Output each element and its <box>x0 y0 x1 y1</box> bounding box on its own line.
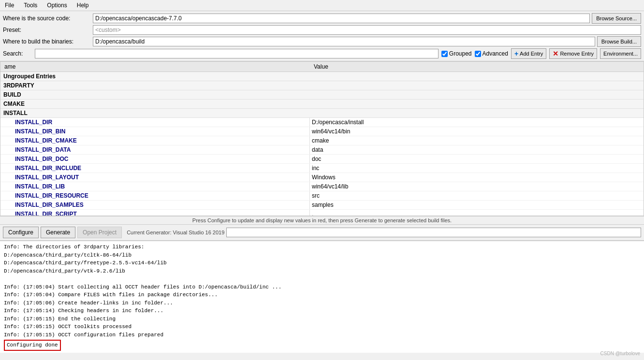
table-row[interactable]: INSTALL_DIR D:/opencasca/install <box>0 118 644 127</box>
table-row[interactable]: INSTALL_DIR_INCLUDE inc <box>0 164 644 173</box>
cell-name: INSTALL_DIR_RESOURCE <box>0 191 310 200</box>
source-input[interactable] <box>93 14 590 23</box>
menu-file[interactable]: File <box>2 1 17 10</box>
cell-name: INSTALL_DIR_CMAKE <box>0 136 310 145</box>
log-line: Info: (17:05:15) OCCT toolkits processed <box>4 323 640 331</box>
advanced-checkbox[interactable] <box>475 51 481 57</box>
cell-name: INSTALL_DIR_DATA <box>0 145 310 154</box>
status-bar: Press Configure to update and display ne… <box>0 216 644 225</box>
cell-name: INSTALL_DIR_SAMPLES <box>0 201 310 209</box>
plus-icon: + <box>514 50 518 58</box>
configuring-done: Configuring done <box>4 340 61 351</box>
cell-name: INSTALL_DIR_SCRIPT <box>0 210 310 216</box>
menubar: File Tools Options Help <box>0 0 644 11</box>
log-line: D:/opencasca/third_party/tcltk-86-64/lib <box>4 251 640 259</box>
table-row[interactable]: INSTALL_DIR_LAYOUT Windows <box>0 173 644 182</box>
group-build: BUILD <box>0 90 644 100</box>
progress-input[interactable] <box>226 228 641 237</box>
advanced-checkbox-label[interactable]: Advanced <box>475 50 508 57</box>
col-value-header: Value <box>312 63 642 71</box>
advanced-label: Advanced <box>483 50 508 57</box>
group-ungrouped: Ungrouped Entries <box>0 72 644 81</box>
cell-name: INSTALL_DIR_LAYOUT <box>0 173 310 182</box>
browse-build-button[interactable]: Browse Build... <box>597 36 641 47</box>
cell-value: cmake <box>310 136 644 145</box>
remove-entry-button[interactable]: ✕ Remove Entry <box>549 48 597 59</box>
menu-options[interactable]: Options <box>44 1 70 10</box>
search-controls: Grouped Advanced + Add Entry ✕ Remove En… <box>441 48 641 59</box>
group-install: INSTALL <box>0 109 644 118</box>
cell-value: . <box>310 210 644 216</box>
environment-button[interactable]: Environment... <box>600 48 641 59</box>
cell-value: Windows <box>310 173 644 182</box>
open-project-button[interactable]: Open Project <box>77 227 122 238</box>
log-line: Info: The directories of 3rdparty librar… <box>4 243 640 251</box>
log-line: Info: (17:05:04) Start collecting all OC… <box>4 283 640 291</box>
search-input[interactable] <box>35 49 439 58</box>
toolbar: Where is the source code: Browse Source.… <box>0 11 644 61</box>
cell-value: win64/vc14/lib <box>310 182 644 191</box>
table-row[interactable]: INSTALL_DIR_DOC doc <box>0 155 644 164</box>
log-line: Info: (17:05:04) Compare FILES with file… <box>4 291 640 299</box>
button-row: Configure Generate Open Project Current … <box>0 225 644 241</box>
cell-name: INSTALL_DIR <box>0 118 310 127</box>
x-icon: ✕ <box>553 50 558 58</box>
table-row[interactable]: INSTALL_DIR_SAMPLES samples <box>0 201 644 210</box>
cell-value: win64/vc14/bin <box>310 127 644 136</box>
log-line: Info: (17:05:15) OCCT configuration file… <box>4 331 640 339</box>
add-entry-button[interactable]: + Add Entry <box>511 48 547 59</box>
table-row[interactable]: INSTALL_DIR_LIB win64/vc14/lib <box>0 182 644 191</box>
menu-tools[interactable]: Tools <box>21 1 40 10</box>
cell-value: samples <box>310 201 644 209</box>
grouped-checkbox[interactable] <box>441 51 448 57</box>
menu-help[interactable]: Help <box>74 1 92 10</box>
cell-name: INSTALL_DIR_INCLUDE <box>0 164 310 173</box>
bottom-panel: Configure Generate Open Project Current … <box>0 225 644 353</box>
log-line <box>4 275 640 283</box>
preset-input[interactable] <box>93 25 641 35</box>
log-line: D:/opencasca/third_party/freetype-2.5.5-… <box>4 259 640 267</box>
table-row[interactable]: INSTALL_DIR_DATA data <box>0 145 644 155</box>
log-line: Configuring done <box>4 339 640 351</box>
preset-label: Preset: <box>3 27 90 33</box>
cell-value: inc <box>310 164 644 173</box>
table-row[interactable]: INSTALL_DIR_CMAKE cmake <box>0 136 644 145</box>
log-line: Info: (17:05:15) End the collecting <box>4 315 640 323</box>
table-body[interactable]: Ungrouped Entries 3RDPARTY BUILD CMAKE I… <box>0 72 644 216</box>
log-line: Info: (17:05:14) Checking headers in inc… <box>4 307 640 315</box>
main-table: ame Value Ungrouped Entries 3RDPARTY BUI… <box>0 61 644 216</box>
grouped-label: Grouped <box>449 50 472 57</box>
log-area[interactable]: Info: The directories of 3rdparty librar… <box>0 241 644 353</box>
configure-button[interactable]: Configure <box>3 227 39 238</box>
binaries-input[interactable] <box>93 37 595 46</box>
table-row[interactable]: INSTALL_DIR_BIN win64/vc14/bin <box>0 127 644 136</box>
search-label: Search: <box>3 50 32 57</box>
remove-entry-label: Remove Entry <box>560 51 594 57</box>
cell-name: INSTALL_DIR_LIB <box>0 182 310 191</box>
grouped-checkbox-label[interactable]: Grouped <box>441 50 472 57</box>
browse-source-button[interactable]: Browse Source... <box>592 13 641 24</box>
generator-text: Current Generator: Visual Studio 16 2019 <box>127 230 224 235</box>
status-text: Press Configure to update and display ne… <box>192 217 452 223</box>
group-3rdparty: 3RDPARTY <box>0 81 644 90</box>
cell-name: INSTALL_DIR_DOC <box>0 155 310 163</box>
cell-value: data <box>310 145 644 154</box>
table-header: ame Value <box>0 62 644 72</box>
watermark: CSDN @turbolove <box>600 351 640 356</box>
log-line: D:/opencasca/third_party/vtk-9.2.6/lib <box>4 267 640 275</box>
col-name-header: ame <box>2 63 312 71</box>
table-row[interactable]: INSTALL_DIR_RESOURCE src <box>0 191 644 201</box>
log-line: Info: (17:05:06) Create header-links in … <box>4 299 640 307</box>
cell-value: doc <box>310 155 644 163</box>
cell-name: INSTALL_DIR_BIN <box>0 127 310 136</box>
table-row[interactable]: INSTALL_DIR_SCRIPT . <box>0 210 644 216</box>
binaries-label: Where to build the binaries: <box>3 38 90 45</box>
source-label: Where is the source code: <box>3 15 90 22</box>
generate-button[interactable]: Generate <box>41 227 75 238</box>
group-cmake: CMAKE <box>0 100 644 109</box>
cell-value: D:/opencasca/install <box>310 118 644 127</box>
add-entry-label: Add Entry <box>520 51 543 57</box>
cell-value: src <box>310 191 644 200</box>
